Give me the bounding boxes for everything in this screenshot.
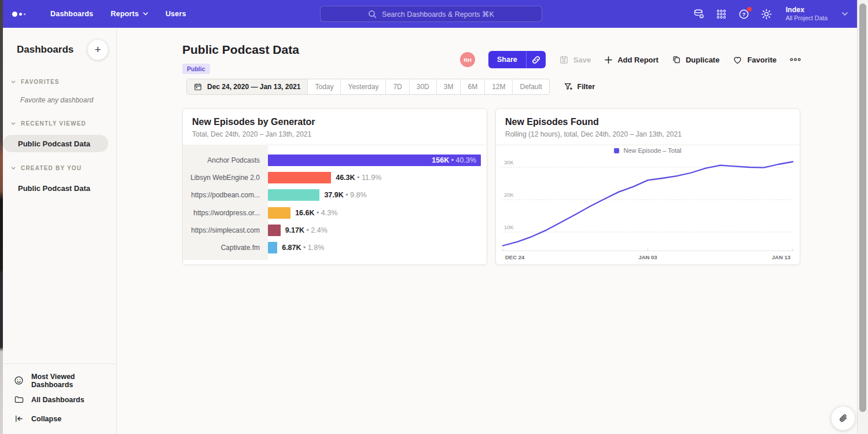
global-search-input[interactable]: Search Dashboards & Reports ⌘K [320,6,542,22]
sidebar-item-public-podcast-data[interactable]: Public Podcast Data [3,135,108,152]
date-range-control: Dec 24, 2020 — Jan 13, 2021 TodayYesterd… [186,79,550,95]
line-chart-area[interactable]: 10K20K30KDEC 24JAN 03JAN 13 [502,155,794,263]
top-nav: DashboardsReportsUsers Search Dashboards… [3,0,857,28]
nav-right-cluster: ? Index All Project Data [693,0,848,28]
nav-item-dashboards[interactable]: Dashboards [50,10,93,18]
duplicate-icon [672,55,681,64]
preset-yesterday[interactable]: Yesterday [340,79,385,94]
line-chart[interactable]: 10K20K30KDEC 24JAN 03JAN 13 [502,155,794,263]
section-favorites[interactable]: FAVORITES [3,79,116,85]
chevron-down-icon [11,80,16,83]
bar-value: 6.87K [282,244,301,252]
plus-icon [604,56,613,64]
bar-category-label: Captivate.fm [183,244,268,252]
bar-value: 9.17K [285,226,304,234]
bar-value: 156K [432,156,449,164]
add-report-button[interactable]: Add Report [604,56,659,64]
favorite-button[interactable]: Favorite [733,55,777,65]
settings-icon[interactable] [761,8,773,20]
data-source-icon[interactable] [693,8,705,20]
sidebar: Dashboards + FAVORITES Favorite any dash… [3,28,117,434]
bar[interactable] [268,207,290,219]
calendar-icon [194,83,202,91]
date-range-button[interactable]: Dec 24, 2020 — Jan 13, 2021 [187,79,307,94]
preset-default[interactable]: Default [512,79,549,94]
copy-link-icon[interactable] [526,51,546,68]
legend-swatch [614,148,619,153]
bar-category-label: Anchor Podcasts [183,156,268,164]
bar-percent: • 4.3% [315,209,338,217]
nav-menu: DashboardsReportsUsers [38,10,186,18]
preset-7d[interactable]: 7D [385,79,409,94]
preset-30d[interactable]: 30D [409,79,436,94]
all-dashboards-button[interactable]: All Dashboards [3,390,116,409]
bar-row[interactable]: https://podbean.com...37.9K • 9.8% [183,186,481,204]
public-badge[interactable]: Public [182,64,210,74]
svg-text:20K: 20K [504,192,514,198]
preset-6m[interactable]: 6M [460,79,484,94]
chevron-down-icon [143,12,148,16]
filter-icon [564,82,573,91]
attachment-fab-button[interactable] [831,406,855,431]
share-button[interactable]: Share [488,51,546,68]
chevron-down-icon[interactable] [842,12,848,16]
bar[interactable]: 156K • 40.3% [268,155,481,166]
bar-rows: Anchor Podcasts156K • 40.3%Libsyn WebEng… [183,152,481,256]
card-subtitle: Total, Dec 24th, 2020 – Jan 13th, 2021 [192,130,477,138]
project-subtitle: All Project Data [786,14,827,22]
scrollbar-thumb[interactable] [859,3,866,412]
bar-row[interactable]: Anchor Podcasts156K • 40.3% [183,152,481,169]
svg-text:30K: 30K [504,159,514,165]
bar[interactable] [268,242,277,253]
save-button[interactable]: Save [559,55,591,65]
section-recently-viewed[interactable]: RECENTLY VIEWED [3,120,116,127]
header-actions: RH Share Save [460,51,801,68]
more-options-button[interactable] [790,57,801,62]
bar-row[interactable]: https://simplecast.com9.17K • 2.4% [183,222,481,239]
svg-text:10K: 10K [504,224,514,230]
card-title: New Episodes by Generator [192,117,477,127]
bar-percent: • 9.8% [344,191,367,199]
bar-category-label: https://simplecast.com [183,226,268,234]
bar-row[interactable]: Libsyn WebEngine 2.046.3K • 11.9% [183,169,481,186]
bar-percent: • 2.4% [304,226,328,234]
bar[interactable] [268,172,331,183]
bar-value: 37.9K [324,191,343,199]
preset-12m[interactable]: 12M [484,79,512,94]
collapse-sidebar-button[interactable]: Collapse [3,409,116,428]
bar-percent: • 11.9% [355,174,382,182]
bar[interactable] [268,225,281,236]
apps-grid-icon[interactable] [716,8,727,20]
most-viewed-dashboards-button[interactable]: Most Viewed Dashboards [3,371,116,390]
bar-row[interactable]: https://wordpress.or...16.6K • 4.3% [183,204,481,222]
new-dashboard-button[interactable]: + [87,39,108,60]
bar-value: 46.3K [336,174,355,182]
sidebar-footer: Most Viewed Dashboards All Dashboards [3,363,116,434]
filter-button[interactable]: Filter [564,82,595,91]
sidebar-item-public-podcast-data-2[interactable]: Public Podcast Data [3,179,108,197]
preset-3m[interactable]: 3M [436,79,461,94]
notification-badge [747,7,752,12]
bar[interactable] [268,189,319,201]
nav-item-reports[interactable]: Reports [111,10,148,18]
project-switcher[interactable]: Index All Project Data [786,6,827,23]
date-toolbar: Dec 24, 2020 — Jan 13, 2021 TodayYesterd… [186,79,595,95]
heart-icon [733,55,742,65]
preset-today[interactable]: Today [307,79,340,94]
card-new-episodes-by-generator[interactable]: New Episodes by Generator Total, Dec 24t… [182,108,487,265]
legend-label: New Episode – Total [623,147,681,154]
bar-row[interactable]: Captivate.fm6.87K • 1.8% [183,239,481,256]
collapse-icon [14,414,24,424]
bar-category-label: Libsyn WebEngine 2.0 [183,174,268,182]
avatar[interactable]: RH [460,52,475,67]
app-logo-icon[interactable] [12,12,38,17]
card-subtitle: Rolling (12 hours), total, Dec 24th, 202… [505,130,790,138]
page-scrollbar [857,0,868,434]
svg-text:?: ? [742,11,746,17]
section-created-by-you[interactable]: CREATED BY YOU [3,165,116,171]
card-new-episodes-found[interactable]: New Episodes Found Rolling (12 hours), t… [495,108,800,265]
duplicate-button[interactable]: Duplicate [672,55,720,64]
save-icon [559,55,569,65]
nav-item-users[interactable]: Users [165,10,186,18]
help-icon[interactable]: ? [738,8,750,20]
